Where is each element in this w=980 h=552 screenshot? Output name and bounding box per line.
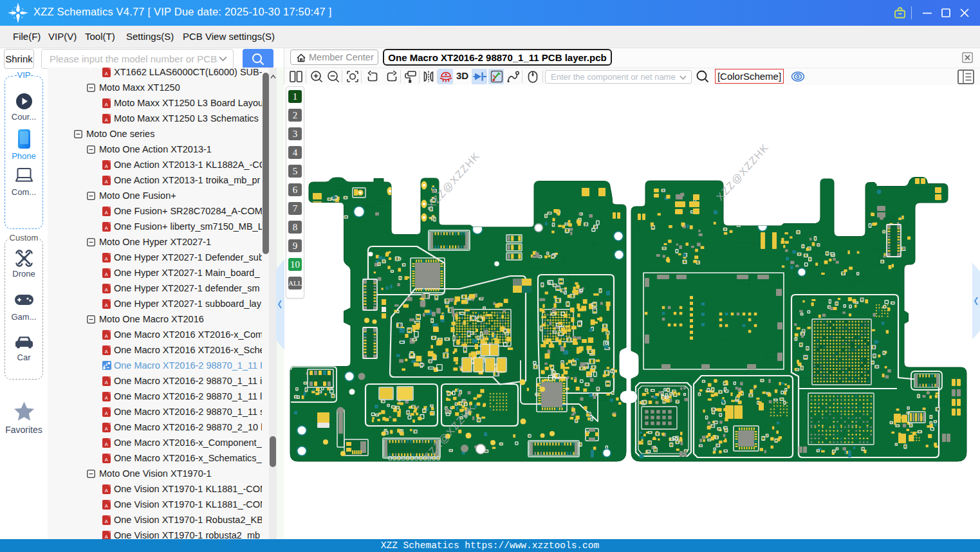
svg-text:A: A — [105, 426, 108, 432]
svg-text:A: A — [105, 395, 108, 401]
svg-text:A: A — [105, 488, 108, 493]
svg-text:A: A — [105, 534, 108, 540]
svg-text:A: A — [105, 210, 108, 216]
svg-text:A: A — [105, 503, 108, 509]
svg-text:A: A — [105, 519, 108, 524]
svg-text:A: A — [105, 441, 108, 447]
svg-text:A: A — [105, 271, 108, 277]
svg-text:A: A — [105, 225, 108, 231]
svg-text:A: A — [105, 117, 108, 123]
svg-text:A: A — [105, 333, 108, 339]
svg-text:A: A — [105, 71, 108, 77]
svg-text:A: A — [105, 457, 108, 463]
svg-text:A: A — [105, 302, 108, 308]
svg-text:A: A — [105, 102, 108, 107]
svg-text:A: A — [105, 256, 108, 262]
svg-text:A: A — [105, 380, 108, 385]
svg-text:A: A — [105, 179, 108, 185]
svg-text:A: A — [105, 287, 108, 293]
svg-text:A: A — [105, 349, 108, 354]
svg-text:A: A — [105, 410, 108, 416]
svg-text:A: A — [105, 163, 108, 169]
